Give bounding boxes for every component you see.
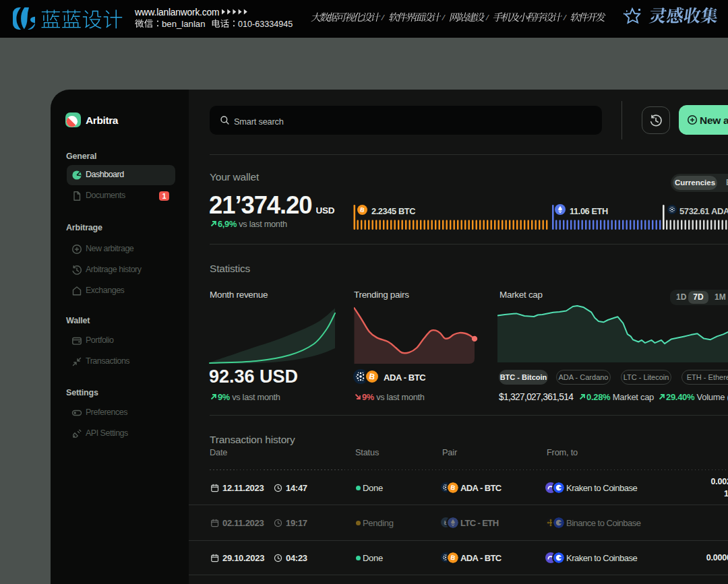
svg-text:/: / [442,12,446,22]
svg-text:www.lanlanwork.com: www.lanlanwork.com [134,7,219,18]
svg-text:/: / [485,12,489,22]
svg-text:010-63334945: 010-63334945 [238,20,293,29]
svg-text:ben_lanlan: ben_lanlan [162,19,206,29]
svg-text:/: / [381,12,385,22]
svg-text:/: / [563,12,567,22]
